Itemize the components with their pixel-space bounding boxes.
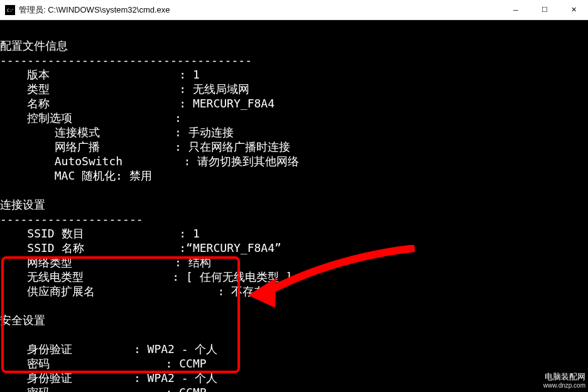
- watermark-name: 电脑装配网: [543, 372, 585, 382]
- value: WPA2 - 个人: [148, 342, 218, 356]
- value: WPA2 - 个人: [148, 371, 218, 384]
- label: MAC 随机化: 禁用: [55, 169, 152, 182]
- label: 连接模式: [55, 126, 100, 139]
- section-header: 配置文件信息: [0, 39, 68, 52]
- label: 版本: [27, 68, 50, 81]
- minimize-button[interactable]: ─: [501, 1, 530, 19]
- maximize-button[interactable]: ☐: [530, 1, 559, 19]
- value: 不存在: [231, 285, 265, 298]
- label: 网络类型: [27, 256, 72, 269]
- label: 身份验证: [27, 342, 72, 356]
- section-header: 连接设置: [0, 198, 45, 211]
- svg-text:C:\: C:\: [7, 8, 13, 13]
- value: CCMP: [179, 357, 206, 370]
- cmd-icon: C:\: [5, 5, 15, 15]
- label: 网络广播: [55, 140, 100, 153]
- label: 密码: [27, 386, 50, 392]
- value: 请勿切换到其他网络: [197, 155, 299, 168]
- value: 手动连接: [188, 126, 234, 139]
- value: [ 任何无线电类型 ]: [186, 270, 292, 283]
- window-controls: ─ ☐ ✕: [501, 1, 588, 19]
- titlebar: C:\ 管理员: C:\WINDOWS\system32\cmd.exe ─ ☐…: [0, 0, 588, 20]
- value: 1: [193, 227, 200, 240]
- value: MERCURY_F8A4: [193, 97, 275, 110]
- label: 无线电类型: [27, 270, 84, 283]
- value: GCMP: [179, 386, 206, 392]
- terminal-output: 配置文件信息 ---------------------------------…: [0, 20, 588, 392]
- value: 只在网络广播时连接: [188, 140, 290, 153]
- window-title: 管理员: C:\WINDOWS\system32\cmd.exe: [19, 4, 170, 16]
- value: 结构: [188, 256, 211, 269]
- section-header: 安全设置: [0, 313, 45, 327]
- label: 密码: [27, 357, 50, 370]
- divider: ---------------------: [0, 212, 143, 226]
- label: SSID 名称: [27, 241, 84, 254]
- label: 身份验证: [27, 371, 72, 384]
- value: 1: [193, 68, 200, 81]
- watermark: 电脑装配网 www.dnzp.com: [543, 372, 585, 389]
- close-button[interactable]: ✕: [559, 1, 588, 19]
- label: 控制选项: [27, 111, 72, 124]
- value: “MERCURY_F8A4”: [186, 241, 281, 254]
- label: 名称: [27, 97, 50, 110]
- divider: -------------------------------------: [0, 53, 252, 67]
- label: 类型: [27, 82, 50, 95]
- label: SSID 数目: [27, 227, 84, 240]
- label: 供应商扩展名: [27, 285, 95, 298]
- value: 无线局域网: [193, 82, 249, 95]
- label: AutoSwitch: [55, 155, 122, 168]
- watermark-url: www.dnzp.com: [543, 382, 585, 389]
